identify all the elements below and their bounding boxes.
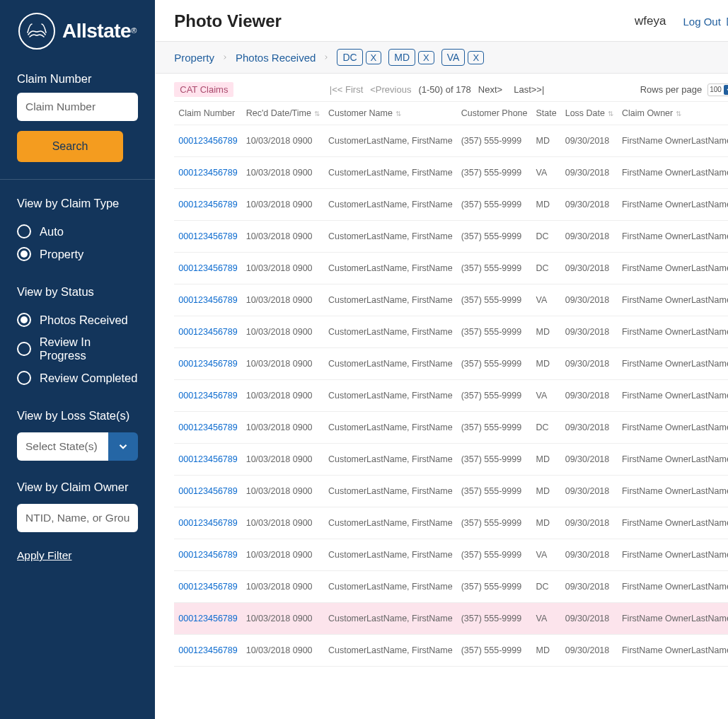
col-state[interactable]: State: [532, 102, 561, 125]
table-row[interactable]: 00012345678910/03/2018 0900CustomerLastN…: [174, 380, 728, 412]
status-review-completed[interactable]: Review Completed: [17, 367, 138, 389]
table-row[interactable]: 00012345678910/03/2018 0900CustomerLastN…: [174, 125, 728, 157]
cell-claim-number[interactable]: 000123456789: [174, 348, 241, 380]
cell-state: DC: [532, 253, 561, 284]
table-row[interactable]: 00012345678910/03/2018 0900CustomerLastN…: [174, 571, 728, 603]
chip-remove-md[interactable]: X: [418, 51, 434, 64]
table-row[interactable]: 00012345678910/03/2018 0900CustomerLastN…: [174, 284, 728, 316]
cell-customer-phone: (357) 555-9999: [457, 603, 532, 635]
sort-icon: ⇅: [676, 110, 681, 117]
cell-loss-date: 09/30/2018: [561, 635, 618, 667]
page-next[interactable]: Next>: [478, 84, 502, 95]
cell-customer-name: CustomerLastName, FirstName: [324, 507, 457, 539]
breadcrumb-property[interactable]: Property: [174, 52, 214, 64]
col-claim-number[interactable]: Claim Number: [174, 102, 241, 125]
logout-icon: [725, 16, 728, 27]
table-row[interactable]: 00012345678910/03/2018 0900CustomerLastN…: [174, 635, 728, 667]
table-row[interactable]: 00012345678910/03/2018 0900CustomerLastN…: [174, 539, 728, 571]
search-button[interactable]: Search: [17, 131, 123, 162]
logo-area: Allstate®: [0, 0, 155, 62]
page-range: (1-50) of 178: [418, 84, 470, 95]
cell-claim-number[interactable]: 000123456789: [174, 412, 241, 444]
table-row[interactable]: 00012345678910/03/2018 0900CustomerLastN…: [174, 221, 728, 253]
claim-search-block: Claim Number Search: [0, 62, 155, 179]
chevron-down-icon: [724, 85, 728, 95]
table-row[interactable]: 00012345678910/03/2018 0900CustomerLastN…: [174, 603, 728, 635]
table-row[interactable]: 00012345678910/03/2018 0900CustomerLastN…: [174, 444, 728, 476]
cell-claim-number[interactable]: 000123456789: [174, 221, 241, 253]
loss-state-select[interactable]: Select State(s): [17, 432, 138, 461]
rpp-select[interactable]: 100: [707, 84, 728, 96]
table-row[interactable]: 00012345678910/03/2018 0900CustomerLastN…: [174, 189, 728, 221]
cell-claim-owner: FirstName OwnerLastName: [618, 603, 728, 635]
cell-customer-name: CustomerLastName, FirstName: [324, 125, 457, 157]
cell-claim-number[interactable]: 000123456789: [174, 635, 241, 667]
apply-filter-link[interactable]: Apply Filter: [17, 549, 72, 562]
cell-loss-date: 09/30/2018: [561, 507, 618, 539]
claim-type-auto[interactable]: Auto: [17, 220, 138, 243]
cell-customer-name: CustomerLastName, FirstName: [324, 444, 457, 476]
cell-customer-name: CustomerLastName, FirstName: [324, 635, 457, 667]
cell-customer-phone: (357) 555-9999: [457, 476, 532, 507]
cell-claim-number[interactable]: 000123456789: [174, 189, 241, 221]
cell-customer-name: CustomerLastName, FirstName: [324, 603, 457, 635]
filter-chip-va[interactable]: VA: [441, 49, 466, 66]
cell-claim-number[interactable]: 000123456789: [174, 476, 241, 507]
filter-chip-md[interactable]: MD: [388, 49, 415, 66]
chip-remove-va[interactable]: X: [468, 51, 484, 64]
breadcrumb-photos-received[interactable]: Photos Received: [236, 52, 316, 64]
status-review-in-progress[interactable]: Review In Progress: [17, 331, 138, 367]
cell-recd-date: 10/03/2018 0900: [242, 316, 324, 348]
cell-claim-number[interactable]: 000123456789: [174, 125, 241, 157]
col-customer-phone[interactable]: Customer Phone: [457, 102, 532, 125]
cell-claim-number[interactable]: 000123456789: [174, 316, 241, 348]
table-row[interactable]: 00012345678910/03/2018 0900CustomerLastN…: [174, 412, 728, 444]
cell-claim-number[interactable]: 000123456789: [174, 539, 241, 571]
table-row[interactable]: 00012345678910/03/2018 0900CustomerLastN…: [174, 507, 728, 539]
page-prev[interactable]: <Previous: [370, 84, 411, 95]
cell-claim-owner: FirstName OwnerLastName: [618, 316, 728, 348]
chip-remove-dc[interactable]: X: [366, 51, 382, 64]
cell-claim-owner: FirstName OwnerLastName: [618, 539, 728, 571]
cell-loss-date: 09/30/2018: [561, 476, 618, 507]
cell-state: DC: [532, 221, 561, 253]
cell-customer-phone: (357) 555-9999: [457, 635, 532, 667]
table-row[interactable]: 00012345678910/03/2018 0900CustomerLastN…: [174, 316, 728, 348]
cell-recd-date: 10/03/2018 0900: [242, 571, 324, 603]
radio-icon: [17, 224, 31, 238]
logout-link[interactable]: Log Out: [683, 16, 729, 28]
page-last[interactable]: Last>>|: [514, 84, 544, 95]
chevron-down-icon[interactable]: [108, 432, 138, 461]
cell-recd-date: 10/03/2018 0900: [242, 507, 324, 539]
cell-claim-number[interactable]: 000123456789: [174, 571, 241, 603]
brand-logo: Allstate®: [18, 13, 137, 50]
brand-name: Allstate®: [62, 20, 137, 42]
cell-claim-owner: FirstName OwnerLastName: [618, 412, 728, 444]
table-row[interactable]: 00012345678910/03/2018 0900CustomerLastN…: [174, 157, 728, 189]
cell-customer-phone: (357) 555-9999: [457, 125, 532, 157]
table-row[interactable]: 00012345678910/03/2018 0900CustomerLastN…: [174, 253, 728, 284]
col-recd-date[interactable]: Rec'd Date/Time⇅: [242, 102, 324, 125]
claim-number-input[interactable]: [17, 93, 138, 121]
col-loss-date[interactable]: Loss Date⇅: [561, 102, 618, 125]
table-row[interactable]: 00012345678910/03/2018 0900CustomerLastN…: [174, 348, 728, 380]
cell-recd-date: 10/03/2018 0900: [242, 444, 324, 476]
cell-claim-number[interactable]: 000123456789: [174, 603, 241, 635]
cell-claim-number[interactable]: 000123456789: [174, 444, 241, 476]
chevron-right-icon: [323, 54, 330, 61]
table-row[interactable]: 00012345678910/03/2018 0900CustomerLastN…: [174, 476, 728, 507]
filter-chip-dc[interactable]: DC: [337, 49, 362, 66]
claim-number-label: Claim Number: [17, 72, 138, 86]
col-claim-owner[interactable]: Claim Owner⇅: [618, 102, 728, 125]
cell-claim-number[interactable]: 000123456789: [174, 507, 241, 539]
status-photos-received[interactable]: Photos Received: [17, 309, 138, 331]
cell-claim-number[interactable]: 000123456789: [174, 284, 241, 316]
cell-claim-number[interactable]: 000123456789: [174, 253, 241, 284]
cell-claim-number[interactable]: 000123456789: [174, 380, 241, 412]
cell-state: MD: [532, 444, 561, 476]
page-first[interactable]: |<< First: [330, 84, 363, 95]
cell-claim-number[interactable]: 000123456789: [174, 157, 241, 189]
claim-type-property[interactable]: Property: [17, 243, 138, 265]
col-customer-name[interactable]: Customer Name⇅: [324, 102, 457, 125]
claim-owner-input[interactable]: [17, 504, 138, 532]
